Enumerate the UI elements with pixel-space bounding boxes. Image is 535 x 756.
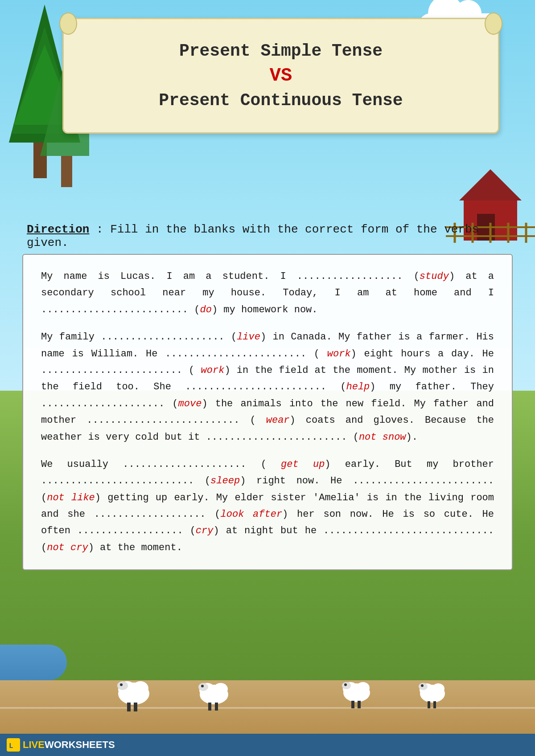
svg-text:L: L bbox=[9, 742, 13, 750]
svg-rect-40 bbox=[428, 701, 430, 708]
svg-point-18 bbox=[132, 681, 148, 695]
direction-label: Direction bbox=[27, 223, 89, 236]
verb-cry: cry bbox=[196, 525, 214, 536]
verb-help: help bbox=[346, 381, 370, 392]
svg-marker-6 bbox=[459, 169, 522, 200]
svg-point-36 bbox=[344, 683, 347, 686]
verb-not-like: not like bbox=[47, 492, 95, 503]
verb-sleep: sleep bbox=[210, 475, 240, 486]
svg-rect-20 bbox=[134, 703, 137, 711]
verb-wear: wear bbox=[266, 415, 290, 426]
svg-point-29 bbox=[201, 685, 204, 687]
svg-rect-34 bbox=[358, 701, 361, 708]
svg-point-32 bbox=[356, 682, 370, 694]
verb-work-1: work bbox=[327, 348, 351, 360]
logo-worksheets: WORKSHEETS bbox=[45, 739, 115, 750]
svg-rect-26 bbox=[208, 703, 211, 711]
svg-point-39 bbox=[432, 683, 444, 694]
direction-instruction: : Fill in the blanks with the correct fo… bbox=[27, 223, 479, 249]
svg-rect-5 bbox=[61, 156, 72, 187]
scroll-curl-topleft bbox=[59, 12, 77, 35]
direction-section: Direction : Fill in the blanks with the … bbox=[27, 223, 508, 249]
title-vs: VS bbox=[270, 65, 292, 86]
scroll-box: Present Simple Tense VS Present Continuo… bbox=[62, 18, 499, 134]
svg-rect-19 bbox=[127, 703, 131, 711]
svg-point-21 bbox=[117, 681, 128, 690]
logo-live: LIVE bbox=[23, 739, 45, 750]
verb-move: move bbox=[178, 398, 202, 409]
bottom-bar: L LIVEWORKSHEETS bbox=[0, 734, 535, 756]
svg-point-43 bbox=[421, 684, 424, 687]
verb-live: live bbox=[237, 331, 260, 343]
svg-rect-41 bbox=[433, 701, 436, 708]
verb-get-up: get up bbox=[281, 459, 325, 470]
svg-rect-27 bbox=[215, 703, 218, 711]
direction-text: Direction : Fill in the blanks with the … bbox=[27, 223, 479, 249]
scroll-banner: Present Simple Tense VS Present Continuo… bbox=[62, 18, 499, 134]
logo-icon: L bbox=[7, 738, 20, 752]
title-present-continuous: Present Continuous Tense bbox=[159, 91, 403, 110]
logo-text: LIVEWORKSHEETS bbox=[23, 739, 115, 751]
verb-not-cry: not cry bbox=[47, 542, 88, 553]
verb-do: do bbox=[200, 304, 211, 315]
sheep-animals bbox=[45, 662, 446, 716]
svg-point-25 bbox=[214, 683, 228, 695]
paragraph-3: We usually ..................... ( get u… bbox=[41, 456, 494, 556]
paragraph-2: My family ..................... (live) i… bbox=[41, 329, 494, 445]
svg-rect-33 bbox=[351, 701, 354, 708]
title-present-simple: Present Simple Tense bbox=[179, 41, 383, 61]
scroll-curl-topright bbox=[485, 12, 502, 35]
verb-work-2: work bbox=[201, 365, 225, 376]
svg-point-22 bbox=[120, 683, 123, 686]
verb-look-after: look after bbox=[221, 509, 283, 520]
content-box: My name is Lucas. I am a student. I ....… bbox=[22, 254, 513, 570]
paragraph-1: My name is Lucas. I am a student. I ....… bbox=[41, 268, 494, 318]
verb-not-snow: not snow bbox=[359, 432, 406, 443]
verb-study: study bbox=[420, 271, 449, 282]
